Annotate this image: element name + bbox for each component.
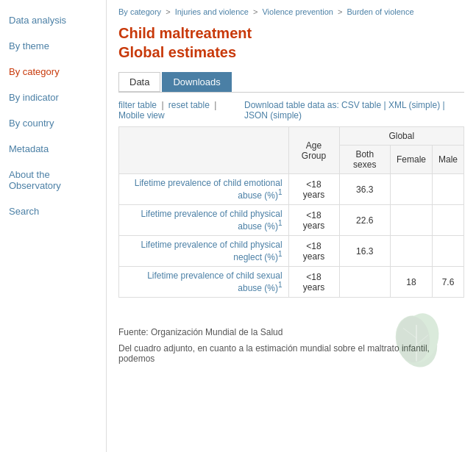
value-male-1 (432, 205, 463, 236)
table-row: Lifetime prevalence of child physical ab… (119, 205, 464, 236)
reset-table-link[interactable]: reset table (168, 100, 210, 110)
sidebar-item-by-country[interactable]: By country (0, 110, 106, 136)
value-female-2 (390, 236, 432, 267)
tab-downloads[interactable]: Downloads (162, 72, 231, 92)
value-both-3 (339, 267, 390, 298)
sidebar-item-by-category[interactable]: By category (0, 59, 106, 85)
sep2: | (214, 100, 216, 110)
page-title: Child maltreatment Global estimates (118, 24, 464, 62)
indicator-cell-2[interactable]: Lifetime prevalence of child physical ne… (119, 236, 289, 267)
col-both-sexes: Both sexes (339, 146, 390, 174)
value-both-2: 16.3 (339, 236, 390, 267)
value-male-0 (432, 174, 463, 205)
table-controls-left: filter table | reset table | Mobile view (118, 100, 244, 121)
sep1: | (161, 100, 166, 110)
table-controls-right: Download table data as: CSV table | XML … (244, 100, 464, 121)
breadcrumb-sep-1: > (253, 7, 260, 16)
age-cell-0: <18 years (288, 174, 339, 205)
sidebar-item-about[interactable]: About the Observatory (0, 162, 106, 198)
xml-link[interactable]: XML (simple) (388, 100, 440, 110)
data-table: Age Group Global Both sexes Female Male … (118, 126, 464, 298)
value-both-1: 22.6 (339, 205, 390, 236)
sidebar-item-search[interactable]: Search (0, 198, 106, 224)
breadcrumb: By category > Injuries and violence > Vi… (118, 7, 464, 16)
sidebar: Data analysis By theme By category By in… (0, 0, 107, 452)
age-cell-1: <18 years (288, 205, 339, 236)
csv-link[interactable]: CSV table (341, 100, 381, 110)
value-female-0 (390, 174, 432, 205)
mobile-view-link[interactable]: Mobile view (118, 110, 165, 121)
tab-data[interactable]: Data (118, 72, 160, 92)
value-both-0: 36.3 (339, 174, 390, 205)
table-controls: filter table | reset table | Mobile view… (118, 100, 464, 121)
indicator-cell-1[interactable]: Lifetime prevalence of child physical ab… (119, 205, 289, 236)
sep4: | (442, 100, 444, 110)
breadcrumb-item-0[interactable]: By category (118, 7, 161, 16)
sidebar-item-data-analysis[interactable]: Data analysis (0, 7, 106, 33)
age-cell-2: <18 years (288, 236, 339, 267)
table-row: Lifetime prevalence of child physical ne… (119, 236, 464, 267)
breadcrumb-sep-2: > (338, 7, 344, 16)
table-row: Lifetime prevalence of child emotional a… (119, 174, 464, 205)
filter-table-link[interactable]: filter table (118, 100, 157, 110)
value-female-1 (390, 205, 432, 236)
value-male-3: 7.6 (432, 267, 463, 298)
breadcrumb-item-1[interactable]: Injuries and violence (175, 7, 249, 16)
tab-bar: Data Downloads (118, 72, 464, 93)
value-female-3: 18 (390, 267, 432, 298)
breadcrumb-item-3[interactable]: Burden of violence (347, 7, 413, 16)
json-link[interactable]: JSON (simple) (244, 110, 302, 121)
sidebar-item-by-theme[interactable]: By theme (0, 33, 106, 59)
table-row: Lifetime prevalence of child sexual abus… (119, 267, 464, 298)
breadcrumb-item-2[interactable]: Violence prevention (262, 7, 333, 16)
main-content: By category > Injuries and violence > Vi… (107, 0, 476, 452)
col-female: Female (390, 146, 432, 174)
watermark-logo (383, 305, 450, 371)
col-age-group: Age Group (288, 127, 339, 174)
col-indicator (119, 127, 289, 174)
breadcrumb-sep-0: > (166, 7, 172, 16)
col-male: Male (432, 146, 463, 174)
indicator-cell-0[interactable]: Lifetime prevalence of child emotional a… (119, 174, 289, 205)
value-male-2 (432, 236, 463, 267)
col-global-group: Global (339, 127, 464, 146)
age-cell-3: <18 years (288, 267, 339, 298)
sidebar-item-metadata[interactable]: Metadata (0, 136, 106, 162)
indicator-cell-3[interactable]: Lifetime prevalence of child sexual abus… (119, 267, 289, 298)
sidebar-item-by-indicator[interactable]: By indicator (0, 85, 106, 110)
download-prefix: Download table data as: (244, 100, 341, 110)
